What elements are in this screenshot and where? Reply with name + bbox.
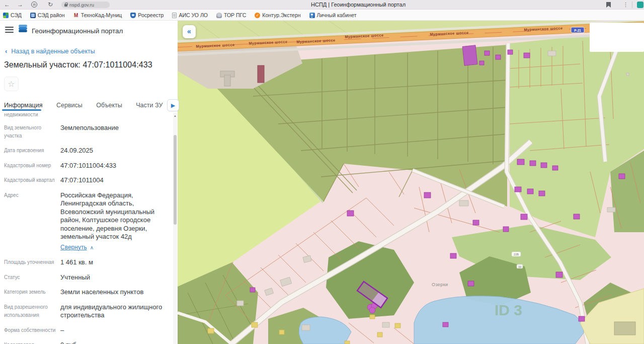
field-row-address: Адрес Российская Федерация, Ленинградска… xyxy=(4,191,173,252)
screen: ← → Я ↻ nspd.gov.ru НСПД | Геоинформацио… xyxy=(0,0,644,344)
field-row: Дата присвоения24.09.2025 xyxy=(4,147,173,155)
yellow-area-building xyxy=(614,322,635,335)
tab-obekty[interactable]: Объекты xyxy=(96,102,122,109)
forward-arrow-icon[interactable]: → xyxy=(16,0,24,10)
scroll-up-icon[interactable]: ▲ xyxy=(173,113,177,119)
field-row: Кадастровый номер47:07:1011004:433 xyxy=(4,162,173,170)
map-white-panel xyxy=(590,23,644,52)
field-row: Форма собственности– xyxy=(4,326,173,335)
bookmark-ais[interactable]: АИС УО ЛО xyxy=(172,12,208,18)
house-badge-33: 33 xyxy=(517,264,523,268)
field-row: Категория земельЗемли населенных пунктов xyxy=(4,288,173,297)
tabs-next-button[interactable]: ▶ xyxy=(167,99,179,111)
fields-scroll-area[interactable]: недвижимости Вид земельного участкаЗемле… xyxy=(0,112,173,344)
lock-icon xyxy=(64,4,67,7)
collapse-panel-button[interactable]: « xyxy=(183,25,196,38)
road-sign-r21: Р-21 xyxy=(571,27,584,33)
back-arrow-icon[interactable]: ← xyxy=(3,0,11,10)
emblem-icon xyxy=(216,13,222,18)
account-icon xyxy=(309,13,315,18)
tab-servisy[interactable]: Сервисы xyxy=(56,102,83,109)
bookmark-flag-icon[interactable] xyxy=(606,2,611,8)
extension-icon[interactable] xyxy=(637,2,643,8)
svg-text:33: 33 xyxy=(518,265,521,268)
house-badge-22v: 22В xyxy=(512,252,521,256)
app-title: Геоинформационный портал xyxy=(32,27,123,35)
tab-title: НСПД | Геоинформационный портал xyxy=(311,0,406,10)
reload-icon[interactable]: ↻ xyxy=(46,0,54,10)
bookmark-sed-raion[interactable]: СЭД район xyxy=(30,12,65,18)
info-panel: Геоинформационный портал ‹ Назад в найде… xyxy=(0,21,178,344)
bookmark-sed[interactable]: СЭД xyxy=(3,12,22,18)
divider xyxy=(632,2,632,8)
browser-top-bar: ← → Я ↻ nspd.gov.ru НСПД | Геоинформацио… xyxy=(0,0,644,10)
map[interactable]: Мурманское шоссе Мурманское шоссе Мурман… xyxy=(178,21,644,344)
scrolled-label-fragment: недвижимости xyxy=(4,112,173,120)
menu-icon[interactable] xyxy=(5,27,14,33)
map-watermark: ID 3 xyxy=(495,302,522,318)
tabs: Информация Сервисы Объекты Части ЗУ Сост… xyxy=(4,100,166,110)
address-bar[interactable]: nspd.gov.ru xyxy=(61,2,110,8)
svg-text:Р-21: Р-21 xyxy=(574,29,581,32)
svg-text:22В: 22В xyxy=(514,253,519,256)
browser-logo-icon[interactable]: Я xyxy=(31,2,37,8)
bookmark-lk[interactable]: Личный кабинет xyxy=(309,12,357,18)
tab-chasti-zu[interactable]: Части ЗУ xyxy=(136,102,163,109)
bookmarks-bar: СЭД СЭД район МТехноКад-Муниц Росреестр … xyxy=(0,10,644,21)
back-link[interactable]: ‹ Назад в найденные объекты xyxy=(5,47,95,55)
scrollbar-thumb[interactable] xyxy=(174,135,177,225)
kontur-check-icon: ✓ xyxy=(255,13,260,18)
field-row: Кадастровый квартал47:07:1011004 xyxy=(4,176,173,185)
bookmark-kontur[interactable]: ✓Контур.Экстерн xyxy=(255,12,300,18)
tab-informacia[interactable]: Информация xyxy=(4,102,43,109)
nspd-logo-icon[interactable] xyxy=(19,25,28,34)
active-tab-underline xyxy=(2,109,41,111)
sed-raion-icon xyxy=(30,13,36,18)
field-row: Вид разрешенного использованиядля индиви… xyxy=(4,303,173,320)
back-chevron-icon: ‹ xyxy=(5,47,7,55)
red-building xyxy=(258,65,264,83)
document-icon xyxy=(172,13,177,18)
technokad-icon: М xyxy=(73,13,79,18)
bookmark-technokad[interactable]: МТехноКад-Муниц xyxy=(73,12,122,18)
map-canvas: Мурманское шоссе Мурманское шоссе Мурман… xyxy=(178,21,644,344)
page-title: Земельный участок: 47:07:1011004:433 xyxy=(4,60,152,70)
favorite-star-button[interactable]: ☆ xyxy=(4,77,19,91)
field-row: Кадастровая0 руб. xyxy=(4,341,173,344)
rosreestr-shield-icon xyxy=(130,13,136,18)
settlement-label-ozerki: Озерки xyxy=(432,282,448,287)
panel-scrollbar[interactable]: ▲ xyxy=(173,113,177,344)
sed-icon xyxy=(3,13,9,18)
url-text: nspd.gov.ru xyxy=(69,2,94,8)
back-link-label: Назад в найденные объекты xyxy=(11,48,95,55)
caret-up-icon: ∧ xyxy=(90,244,94,252)
bookmark-rosreestr[interactable]: Росреестр xyxy=(130,12,164,18)
address-value: Российская Федерация, Ленинградская обла… xyxy=(60,191,154,241)
collapse-address-link[interactable]: Свернуть∧ xyxy=(60,243,167,252)
field-row: Площадь уточненная1 461 кв. м xyxy=(4,258,173,267)
field-row: Вид земельного участкаЗемлепользование xyxy=(4,124,173,140)
field-row: СтатусУчтенный xyxy=(4,273,173,282)
menu-dots-icon[interactable]: ⋮ xyxy=(623,0,628,10)
bookmark-tor-pgs[interactable]: ТОР ПГС xyxy=(216,12,246,18)
